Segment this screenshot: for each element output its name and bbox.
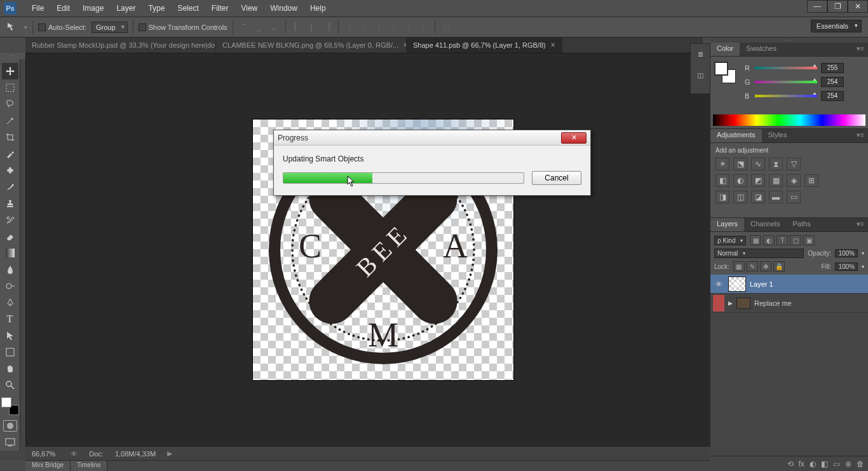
blend-mode-select[interactable]: Normal	[714, 249, 804, 258]
filter-shape-icon[interactable]: ▢	[790, 235, 801, 245]
tab-layers[interactable]: Layers	[710, 218, 744, 231]
quick-mask-toggle[interactable]	[3, 420, 17, 432]
align-vcenter-icon[interactable]: ⎯	[253, 22, 266, 33]
distribute-icon[interactable]: ⋮	[344, 22, 356, 33]
document-tab-3[interactable]: Shape 411.psb @ 66,7% (Layer 1, RGB/8) ×	[407, 38, 562, 53]
auto-select-checkbox[interactable]: Auto-Select:	[38, 24, 86, 31]
workspace-selector[interactable]: Essentials	[811, 20, 862, 32]
distribute-icon[interactable]: ⋮	[358, 22, 371, 33]
shape-tool[interactable]	[2, 344, 18, 360]
fg-bg-swatch[interactable]	[714, 62, 736, 83]
tab-swatches[interactable]: Swatches	[740, 43, 783, 56]
move-tool[interactable]	[2, 63, 18, 79]
layer-name[interactable]: Layer 1	[750, 280, 773, 288]
layer-row-layer1[interactable]: 👁 ✕ Layer 1	[710, 275, 868, 294]
gradient-map-icon[interactable]: ▬	[769, 191, 783, 203]
arrange-icon[interactable]: ⬚	[440, 22, 453, 33]
distribute-icon[interactable]: ⋮	[388, 22, 400, 33]
dodge-tool[interactable]	[2, 278, 18, 294]
menu-filter[interactable]: Filter	[205, 4, 235, 13]
posterize-icon[interactable]: ◫	[733, 191, 747, 203]
tab-mini-bridge[interactable]: Mini Bridge	[25, 461, 71, 471]
eyedropper-tool[interactable]	[2, 146, 18, 162]
exposure-icon[interactable]: ⧗	[769, 158, 783, 170]
group-expand-icon[interactable]: ▶	[728, 300, 733, 306]
tab-channels[interactable]: Channels	[744, 218, 786, 231]
b-value[interactable]: 254	[821, 91, 844, 101]
photo-filter-icon[interactable]: ◩	[751, 174, 765, 187]
pen-tool[interactable]	[2, 294, 18, 311]
panel-menu-icon[interactable]: ▾≡	[853, 43, 868, 56]
colorlookup-icon[interactable]: ◈	[787, 174, 801, 187]
filter-smart-icon[interactable]: ▣	[803, 235, 815, 245]
link-layers-icon[interactable]: ⟲	[787, 460, 794, 468]
delete-layer-icon[interactable]: 🗑	[857, 460, 864, 468]
app-logo[interactable]: Ps	[4, 2, 17, 15]
g-slider[interactable]	[755, 79, 817, 85]
hand-tool[interactable]	[2, 360, 18, 377]
fill-value[interactable]: 100%	[835, 263, 858, 271]
document-tab-1[interactable]: Rubber Stamp MockUp.psd @ 33,3% (Your de…	[25, 38, 216, 53]
marquee-tool[interactable]	[2, 79, 18, 96]
layer-color-chip[interactable]	[713, 295, 724, 311]
b-slider[interactable]	[755, 93, 817, 99]
menu-type[interactable]: Type	[142, 4, 171, 13]
bw-icon[interactable]: ◐	[733, 174, 747, 187]
close-icon[interactable]: ×	[551, 41, 555, 50]
type-tool[interactable]: T	[2, 311, 18, 327]
history-panel-icon[interactable]: ≣	[691, 44, 710, 65]
adjustment-layer-icon[interactable]: ◧	[821, 460, 828, 468]
channel-mixer-icon[interactable]: ▦	[769, 174, 783, 187]
threshold-icon[interactable]: ◪	[751, 191, 765, 203]
distribute-icon[interactable]: ⋮	[373, 22, 386, 33]
window-minimize-button[interactable]: —	[807, 0, 827, 13]
eraser-tool[interactable]	[2, 228, 18, 245]
layer-fx-icon[interactable]: fx	[799, 460, 804, 468]
align-bottom-icon[interactable]: ⎽	[268, 22, 280, 33]
tab-adjustments[interactable]: Adjustments	[710, 129, 762, 142]
brightness-icon[interactable]: ☀	[715, 158, 729, 170]
color-spectrum[interactable]	[713, 114, 865, 126]
layer-row-group[interactable]: ▶ Replace me	[710, 294, 868, 313]
dialog-titlebar[interactable]: Progress ✕	[274, 130, 590, 146]
vibrance-icon[interactable]: ▽	[787, 158, 801, 170]
filter-adjustment-icon[interactable]: ◐	[763, 235, 775, 245]
align-left-icon[interactable]: ▏	[291, 22, 304, 33]
panel-grip[interactable]: ⋯	[0, 53, 25, 59]
zoom-eye-icon[interactable]: 👁	[71, 450, 78, 458]
invert-icon[interactable]: ◨	[715, 191, 729, 203]
menu-window[interactable]: Window	[264, 4, 304, 13]
foreground-background-colors[interactable]	[1, 397, 19, 415]
opacity-value[interactable]: 100%	[835, 249, 858, 257]
distribute-icon[interactable]: ⋮	[417, 22, 430, 33]
zoom-level[interactable]: 66,67%	[32, 450, 55, 458]
menu-help[interactable]: Help	[304, 4, 332, 13]
filter-pixel-icon[interactable]: ▦	[750, 235, 761, 245]
curves-icon[interactable]: ∿	[751, 158, 765, 170]
window-maximize-button[interactable]: ❐	[827, 0, 848, 13]
menu-image[interactable]: Image	[76, 4, 110, 13]
fill-slider-toggle[interactable]: ▾	[862, 264, 864, 270]
opacity-slider-toggle[interactable]: ▾	[862, 250, 864, 256]
history-brush-tool[interactable]	[2, 212, 18, 228]
panel-grip[interactable]: ⋯	[710, 38, 868, 43]
layer-mask-icon[interactable]: ◐	[810, 460, 816, 468]
screen-mode-toggle[interactable]	[2, 434, 18, 451]
lock-transparency-icon[interactable]: ▦	[733, 261, 745, 271]
g-value[interactable]: 254	[821, 77, 844, 87]
window-close-button[interactable]: ✕	[848, 0, 868, 13]
status-menu-arrow[interactable]: ▶	[167, 449, 172, 458]
group-icon[interactable]: ▭	[833, 460, 840, 468]
r-slider[interactable]	[755, 65, 817, 71]
panel-menu-icon[interactable]: ▾≡	[853, 129, 868, 142]
document-tab-2[interactable]: CLAMBEE NEW BLKNG.png @ 68,5% (Layer 0, …	[216, 38, 407, 53]
layer-name[interactable]: Replace me	[754, 299, 792, 307]
menu-file[interactable]: File	[25, 4, 50, 13]
align-top-icon[interactable]: ⎺	[238, 22, 251, 33]
colorbalance-icon[interactable]: ⊞	[804, 174, 818, 187]
menu-edit[interactable]: Edit	[50, 4, 76, 13]
crop-tool[interactable]	[2, 129, 18, 146]
panel-menu-icon[interactable]: ▾≡	[853, 218, 868, 231]
tab-paths[interactable]: Paths	[787, 218, 817, 231]
menu-select[interactable]: Select	[171, 4, 205, 13]
